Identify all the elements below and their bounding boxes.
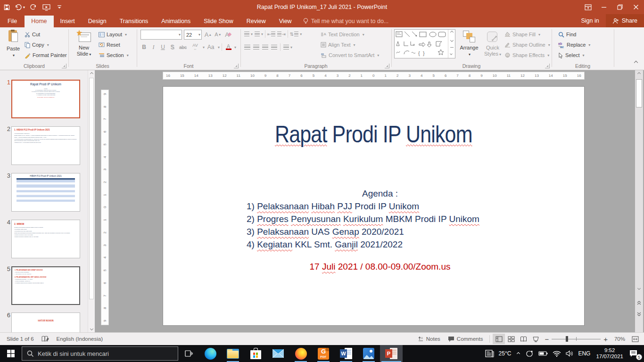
underline-button[interactable]: U — [158, 42, 167, 52]
reading-view-button[interactable] — [517, 334, 529, 344]
clear-formatting-button[interactable]: A — [223, 30, 232, 39]
shape-gallery-up-icon[interactable] — [450, 31, 453, 34]
tab-home[interactable]: Home — [25, 16, 53, 27]
tab-design[interactable]: Design — [82, 16, 113, 27]
font-size-combobox[interactable]: 22▾ — [184, 30, 202, 40]
taskbar-search[interactable] — [22, 346, 178, 361]
tab-view[interactable]: View — [272, 16, 298, 27]
taskbar-firefox-icon[interactable] — [289, 345, 312, 362]
align-right-button[interactable] — [262, 45, 268, 49]
language-indicator[interactable]: ENG — [576, 345, 593, 362]
main-scrollbar-thumb[interactable] — [636, 79, 642, 107]
slide-thumbnail-5[interactable]: 3. PELAKSANAAN UAS GENAP 2020/2021 • Lap… — [11, 266, 80, 305]
bullets-button[interactable]: ▾ — [244, 32, 253, 36]
tab-slide-show[interactable]: Slide Show — [197, 16, 240, 27]
font-name-combobox[interactable]: ▾ — [140, 30, 182, 40]
notes-button[interactable]: Notes — [414, 333, 444, 345]
normal-view-button[interactable] — [493, 334, 505, 344]
task-view-button[interactable] — [178, 345, 199, 362]
undo-icon[interactable]: ▾ — [13, 0, 26, 14]
restore-button[interactable] — [612, 0, 628, 14]
show-hidden-icons-icon[interactable] — [513, 345, 523, 362]
tab-insert[interactable]: Insert — [54, 16, 82, 27]
taskbar-powerpoint-icon[interactable]: P — [380, 345, 403, 362]
quick-styles-button[interactable]: QuickStyles▾ — [482, 29, 504, 61]
thumbnail-scrollbar-thumb[interactable] — [89, 78, 94, 299]
font-dialog-launcher[interactable] — [234, 64, 239, 68]
format-painter-button[interactable]: Format Painter — [25, 50, 67, 60]
spell-check-icon[interactable] — [38, 333, 53, 345]
redo-icon[interactable] — [26, 0, 40, 14]
slide-body-textbox[interactable]: Agenda : 1) Pelaksanaan Hibah PJJ Prodi … — [247, 187, 513, 251]
justify-button[interactable] — [271, 45, 277, 49]
decrease-indent-button[interactable]: ⇤ — [267, 32, 275, 37]
start-button[interactable] — [0, 345, 22, 362]
slide-thumbnail-6[interactable]: HATUR NUHUN — [11, 313, 80, 332]
align-left-button[interactable] — [244, 45, 250, 49]
fit-slide-to-window-icon[interactable] — [629, 334, 641, 344]
character-spacing-button[interactable]: AV↔ — [189, 42, 201, 52]
shape-effects-button[interactable]: Shape Effects▾ — [504, 50, 550, 60]
main-scrollbar[interactable] — [635, 70, 643, 332]
layout-button[interactable]: Layout▾ — [99, 29, 129, 40]
bold-button[interactable]: B — [140, 42, 149, 52]
section-button[interactable]: Section▾ — [99, 50, 129, 60]
zoom-slider[interactable] — [552, 334, 601, 344]
font-color-button[interactable]: A — [224, 42, 233, 52]
line-spacing-button[interactable]: ⇅▾ — [290, 32, 302, 37]
reset-button[interactable]: Reset — [99, 40, 129, 50]
tab-review[interactable]: Review — [240, 16, 272, 27]
tell-me-box[interactable]: Tell me what you want to do... — [298, 16, 394, 27]
start-slideshow-icon[interactable] — [40, 0, 53, 14]
tab-file[interactable]: File — [0, 16, 25, 27]
tab-animations[interactable]: Animations — [155, 16, 197, 27]
increase-font-size-button[interactable]: A▲ — [204, 30, 213, 39]
new-slide-button[interactable]: NewSlide▾ — [73, 29, 95, 61]
temperature-indicator[interactable]: 25°C — [496, 345, 514, 362]
zoom-out-button[interactable]: − — [542, 333, 552, 345]
taskbar-pdf-app-icon[interactable]: G PDF — [312, 345, 335, 362]
taskbar-word-icon[interactable]: W — [335, 345, 357, 362]
previous-slide-icon[interactable] — [636, 299, 643, 306]
tab-transitions[interactable]: Transitions — [113, 16, 155, 27]
taskbar-file-explorer-icon[interactable] — [222, 345, 244, 362]
notification-center-icon[interactable]: 5 — [627, 345, 644, 362]
taskbar-mail-icon[interactable] — [267, 345, 289, 362]
zoom-slider-thumb[interactable] — [566, 336, 568, 342]
minimize-button[interactable] — [596, 0, 612, 14]
numbering-button[interactable]: ▾ — [255, 32, 263, 36]
cut-button[interactable]: Cut — [25, 29, 67, 40]
change-case-button[interactable]: Aa — [205, 42, 216, 52]
slide-title-textbox[interactable]: Rapat Prodi IP Unikom — [163, 121, 584, 148]
paragraph-dialog-launcher[interactable] — [385, 64, 389, 68]
shape-outline-button[interactable]: Shape Outline▾ — [504, 40, 550, 50]
align-text-button[interactable]: Align Text▾ — [321, 40, 379, 50]
shape-gallery-down-icon[interactable] — [450, 39, 453, 42]
paste-button[interactable]: Paste▾ — [2, 29, 24, 61]
decrease-font-size-button[interactable]: A▼ — [214, 30, 223, 39]
battery-icon[interactable] — [536, 345, 550, 362]
align-center-button[interactable] — [253, 45, 259, 49]
zoom-level[interactable]: 70% — [611, 333, 629, 345]
increase-indent-button[interactable]: ⇥ — [277, 32, 285, 37]
clipboard-dialog-launcher[interactable] — [62, 64, 66, 68]
shape-gallery[interactable]: {} — [394, 29, 455, 58]
shape-fill-button[interactable]: Shape Fill▾ — [504, 29, 550, 40]
slide-canvas[interactable]: Rapat Prodi IP Unikom Agenda : 1) Pelaks… — [163, 86, 585, 326]
find-button[interactable]: Find — [558, 29, 590, 40]
italic-button[interactable]: I — [149, 42, 158, 52]
sign-in-link[interactable]: Sign in — [574, 15, 605, 26]
thumbnail-scroll-down-icon[interactable] — [88, 325, 95, 332]
search-input[interactable] — [38, 350, 160, 357]
tray-device-icon[interactable] — [523, 345, 536, 362]
taskbar-edge-icon[interactable] — [199, 345, 222, 362]
clock[interactable]: 9:52 17/07/2021 — [593, 347, 627, 360]
next-slide-icon[interactable] — [636, 311, 643, 318]
comments-button[interactable]: Comments — [444, 333, 487, 345]
columns-button[interactable]: ▾ — [283, 45, 292, 49]
slideshow-view-button[interactable] — [529, 334, 542, 344]
ribbon-display-options-icon[interactable] — [580, 0, 596, 14]
shape-gallery-more-icon[interactable] — [450, 47, 454, 57]
slide-thumbnail-3[interactable]: HIBAH PJJ Prodi IP Unikom 2021 — [11, 173, 80, 212]
drawing-dialog-launcher[interactable] — [545, 64, 550, 68]
